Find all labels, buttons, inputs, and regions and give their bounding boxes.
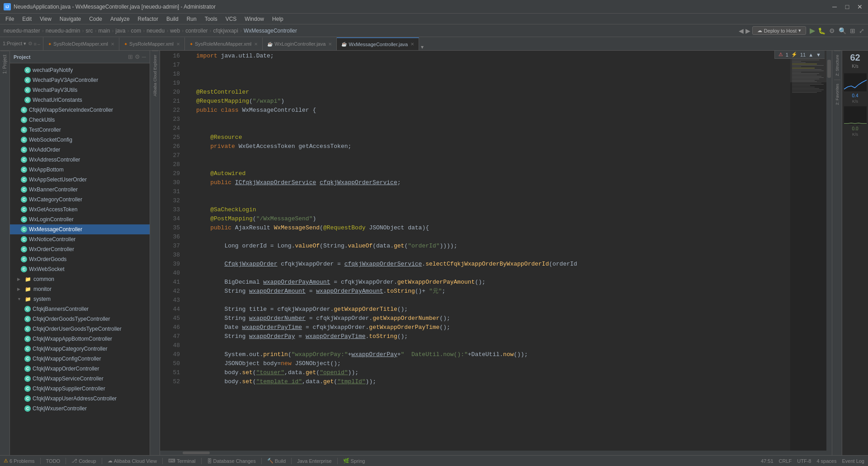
tab-overflow-icon[interactable]: ▾ bbox=[421, 44, 424, 50]
tree-item-cfqkjwxappordercontroller[interactable]: CCfqkjWxappOrderController bbox=[10, 364, 150, 374]
menu-run[interactable]: Run bbox=[183, 15, 200, 23]
tree-item-wxwebsocket[interactable]: CWxWebSocket bbox=[10, 264, 150, 274]
tree-item-wxnoticecontroller[interactable]: CWxNoticeController bbox=[10, 234, 150, 244]
bc-wxmessagecontroller[interactable]: WxMessageController bbox=[244, 28, 297, 34]
tab-close-icon[interactable]: ✕ bbox=[111, 42, 114, 47]
menu-tools[interactable]: Tools bbox=[201, 15, 221, 23]
more-actions-icon[interactable]: ⚙ bbox=[829, 27, 835, 34]
tree-item-wxmessagecontroller[interactable]: CWxMessageController bbox=[10, 224, 150, 234]
tree-item-cfqkjordergoodstypecontroller[interactable]: CCfqkjOrderGoodsTypeController bbox=[10, 314, 150, 324]
tree-item-wxaddresscontroller[interactable]: CWxAddressController bbox=[10, 155, 150, 165]
java-enterprise-button[interactable]: Java Enterprise bbox=[297, 458, 331, 464]
terminal-button[interactable]: ⌨ Terminal bbox=[168, 458, 196, 464]
bc-com[interactable]: com bbox=[131, 28, 141, 34]
tab-close-icon[interactable]: ✕ bbox=[328, 42, 332, 47]
tree-item-wxgetaccesstoken[interactable]: CWxGetAccessToken bbox=[10, 204, 150, 214]
problems-button[interactable]: ⚠ 6 Problems bbox=[4, 458, 35, 464]
minimap[interactable] bbox=[790, 51, 826, 451]
spring-button[interactable]: 🌿 Spring bbox=[343, 458, 365, 464]
tree-item-wxappselectuserorder[interactable]: CWxAppSelectUserOrder bbox=[10, 175, 150, 185]
bc-neuedu-master[interactable]: neuedu-master bbox=[4, 28, 40, 34]
tab-wxlogincontroller-java[interactable]: ☕ WxLoginController.java ✕ bbox=[263, 38, 337, 50]
h-scrollbar-thumb[interactable] bbox=[183, 452, 210, 454]
tree-item-cfqkjwxappappbottomcontroller[interactable]: CCfqkjWxappAppBottomController bbox=[10, 334, 150, 344]
run-button[interactable]: ▶ bbox=[810, 26, 815, 35]
tree-item-cfqkjwxappcategorycontroller[interactable]: CCfqkjWxappCategoryController bbox=[10, 344, 150, 354]
fullscreen-icon[interactable]: ⤢ bbox=[859, 27, 864, 34]
tree-item-wechatpayv3utils[interactable]: CWechatPayV3Utils bbox=[10, 85, 150, 95]
bc-neuedu2[interactable]: neuedu bbox=[146, 28, 165, 34]
tree-item-wxappbottom[interactable]: CWxAppBottom bbox=[10, 165, 150, 175]
bc-web[interactable]: web bbox=[170, 28, 180, 34]
panel-settings-icon[interactable]: ⚙ bbox=[28, 41, 33, 47]
tree-item-wechaturlconstants[interactable]: CWechatUrlConstants bbox=[10, 95, 150, 105]
menu-navigate[interactable]: Navigate bbox=[56, 15, 85, 23]
project-sidebar-item[interactable]: 1: Project bbox=[0, 51, 9, 77]
bc-src[interactable]: src bbox=[85, 28, 93, 34]
menu-view[interactable]: View bbox=[36, 15, 55, 23]
bc-cfqkjwxapi[interactable]: cfqkjwxapi bbox=[213, 28, 238, 34]
close-button[interactable]: ✕ bbox=[855, 3, 864, 10]
tab-sysroledeptmapper-xml[interactable]: ✦ SysRoleDeptMapper.xml ✕ bbox=[43, 38, 119, 50]
vcs-icon[interactable]: ⊞ bbox=[850, 27, 855, 34]
menu-file[interactable]: File bbox=[2, 15, 18, 23]
tree-item-cfqkjwxappsuppliercontroller[interactable]: CCfqkjWxappSupplierController bbox=[10, 384, 150, 394]
panel-actions-icon[interactable]: ≡ bbox=[33, 41, 36, 47]
tree-item-system[interactable]: ▼📁system bbox=[10, 294, 150, 304]
error-nav-down[interactable]: ▼ bbox=[816, 52, 821, 57]
codeup-button[interactable]: ⎇ Codeup bbox=[71, 458, 96, 464]
z-structure-item[interactable]: Z: Structure bbox=[834, 51, 840, 80]
tree-item-websocketconfig[interactable]: CWebSocketConfig bbox=[10, 135, 150, 145]
tab-close-icon[interactable]: ✕ bbox=[410, 42, 414, 47]
tree-item-cfqkjwxappuseraddresscontroller[interactable]: CCfqkjWxappUserAddressController bbox=[10, 394, 150, 404]
tab-close-icon[interactable]: ✕ bbox=[254, 42, 258, 47]
menu-code[interactable]: Code bbox=[85, 15, 106, 23]
tree-item-wechatpayv3apicontroller[interactable]: CWechatPayV3ApiController bbox=[10, 75, 150, 85]
menu-window[interactable]: Window bbox=[241, 15, 268, 23]
tab-sysrolemapper-xml[interactable]: ✦ SysRoleMapper.xml ✕ bbox=[119, 38, 185, 50]
tree-item-monitor[interactable]: ▶📁monitor bbox=[10, 284, 150, 294]
menu-help[interactable]: Help bbox=[269, 15, 287, 23]
panel-close-icon[interactable]: – bbox=[38, 41, 40, 47]
debug-button[interactable]: 🐛 bbox=[818, 27, 826, 34]
tree-item-checkutils[interactable]: CCheckUtils bbox=[10, 115, 150, 125]
menu-build[interactable]: Build bbox=[163, 15, 182, 23]
tree-item-wxaddorder[interactable]: CWxAddOrder bbox=[10, 145, 150, 155]
alibaba-cloud-item[interactable]: Alibaba Cloud Explorer bbox=[152, 51, 158, 100]
bc-main[interactable]: main bbox=[98, 28, 110, 34]
tree-item-wechatpaynotify[interactable]: CwechatPayNotify bbox=[10, 65, 150, 75]
vertical-scrollbar[interactable] bbox=[826, 51, 832, 451]
panel-minimize-icon[interactable]: ─ bbox=[142, 53, 146, 60]
menu-analyze[interactable]: Analyze bbox=[107, 15, 133, 23]
tree-item-wxordercontroller[interactable]: CWxOrderController bbox=[10, 244, 150, 254]
search-everywhere-icon[interactable]: 🔍 bbox=[839, 27, 846, 34]
horizontal-scrollbar[interactable] bbox=[160, 451, 832, 455]
tab-sysrolemenumapper-xml[interactable]: ✦ SysRoleMenuMapper.xml ✕ bbox=[185, 38, 263, 50]
tree-item-wxordergoods[interactable]: CWxOrderGoods bbox=[10, 254, 150, 264]
tab-close-icon[interactable]: ✕ bbox=[176, 42, 180, 47]
bc-neuedu-admin[interactable]: neuedu-admin bbox=[46, 28, 80, 34]
tree-item-testconroller[interactable]: CTestConroller bbox=[10, 125, 150, 135]
tree-item-cfqkjwxappserviceindexcontroller[interactable]: CCfqkjWxappServiceIndexController bbox=[10, 105, 150, 115]
db-changes-button[interactable]: 🗄 Database Changes bbox=[207, 458, 256, 464]
nav-forward-icon[interactable]: ▶ bbox=[745, 27, 750, 34]
error-nav-up[interactable]: ▲ bbox=[808, 52, 813, 57]
panel-settings-btn[interactable]: ⚙ bbox=[135, 53, 140, 60]
deploy-to-host-button[interactable]: ☁ Deploy to Host ▾ bbox=[752, 26, 806, 35]
menu-vcs[interactable]: VCS bbox=[222, 15, 241, 23]
alibaba-cloud-view-button[interactable]: ☁ Alibaba Cloud View bbox=[108, 458, 157, 464]
tree-item-common[interactable]: ▶📁common bbox=[10, 274, 150, 284]
tree-item-cfqkjbannerscontroller[interactable]: CCfqkjBannersController bbox=[10, 304, 150, 314]
build-button[interactable]: 🔨 Build bbox=[267, 458, 286, 464]
tree-item-cfqkjorderusergoodstypecontroller[interactable]: CCfqkjOrderUserGoodsTypeController bbox=[10, 324, 150, 334]
event-log-button[interactable]: Event Log bbox=[842, 458, 864, 464]
code-content[interactable]: import java.util.Date; @RestController @… bbox=[193, 51, 790, 451]
bc-controller[interactable]: controller bbox=[185, 28, 208, 34]
tree-item-wxbannercontroller[interactable]: CWxBannerController bbox=[10, 185, 150, 195]
menu-edit[interactable]: Edit bbox=[19, 15, 35, 23]
minimize-button[interactable]: ─ bbox=[830, 3, 839, 10]
project-panel-toggle[interactable]: 1:Project ▾ bbox=[3, 41, 26, 47]
tree-item-wxlogincontroller[interactable]: CWxLoginController bbox=[10, 214, 150, 224]
tree-item-cfqkjwxusercontroller[interactable]: CCfqkjWxuserController bbox=[10, 404, 150, 414]
bookmarks-item[interactable]: 2: Favorites bbox=[834, 80, 840, 109]
